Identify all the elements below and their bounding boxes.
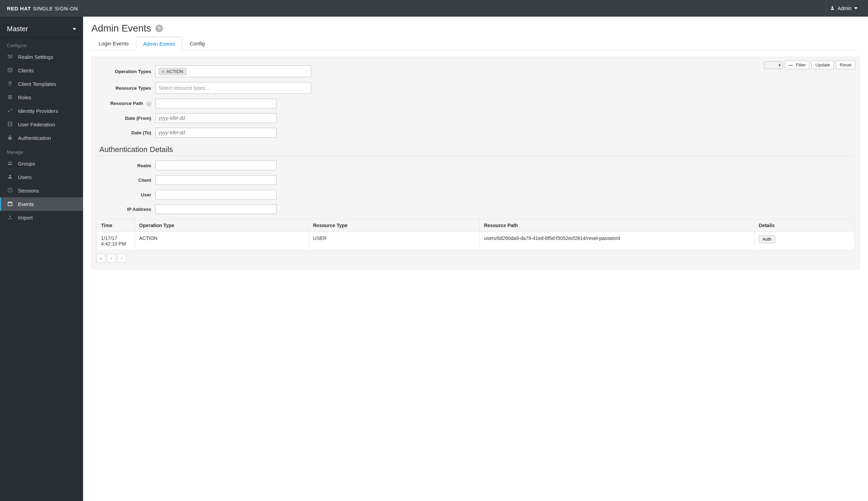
cube-icon [7, 67, 13, 74]
sidebar-item-identity-providers[interactable]: Identity Providers [0, 104, 83, 118]
heading-divider [97, 155, 855, 156]
tag-remove-icon[interactable]: × [162, 69, 164, 74]
svg-rect-2 [10, 54, 10, 59]
col-time: Time [97, 219, 135, 232]
help-icon[interactable]: ? [155, 25, 163, 32]
label-client: Client [97, 178, 155, 183]
label-user: User [97, 192, 155, 197]
operation-types-input[interactable]: × ACTION [155, 65, 311, 77]
chevron-down-icon [73, 28, 76, 30]
col-op-type: Operation Type [135, 219, 309, 232]
main-content: Admin Events ? Login Events Admin Events… [83, 17, 868, 501]
sidebar-item-realm-settings[interactable]: Realm Settings [0, 50, 83, 64]
page-title: Admin Events [91, 23, 151, 34]
filter-toolbar: ▲▼ — Filter Update Reset [764, 61, 855, 69]
tabs: Login Events Admin Events Config [91, 37, 860, 51]
filter-panel: ▲▼ — Filter Update Reset Operation Types… [91, 57, 860, 269]
sidebar-section-label: Configure [0, 38, 83, 50]
col-res-type: Resource Type [309, 219, 480, 232]
reset-button[interactable]: Reset [836, 61, 855, 69]
tag-label: ACTION [166, 69, 183, 74]
resource-types-input[interactable]: Select resource types... [155, 82, 311, 94]
pager-next[interactable]: › [117, 254, 126, 263]
sliders-icon [7, 54, 13, 60]
exchange-icon [7, 108, 13, 114]
update-button[interactable]: Update [812, 61, 834, 69]
svg-rect-5 [9, 57, 11, 57]
calendar-icon [7, 201, 13, 207]
sidebar-item-authentication[interactable]: Authentication [0, 131, 83, 145]
minus-icon: — [789, 62, 793, 68]
sidebar-item-label: Client Templates [18, 81, 56, 87]
svg-rect-4 [8, 55, 9, 56]
label-resource-path: Resource Path ? [97, 101, 155, 106]
resource-types-placeholder: Select resource types... [159, 85, 209, 91]
resource-path-input[interactable] [155, 99, 277, 108]
side-section-configure: Configure Realm Settings Clients Client … [0, 38, 83, 145]
brand: RED HAT SINGLE SIGN-ON [7, 6, 78, 11]
page-size-select[interactable]: ▲▼ [764, 61, 783, 69]
operation-type-tag: × ACTION [159, 68, 187, 75]
sidebar-item-roles[interactable]: Roles [0, 91, 83, 104]
sidebar-item-user-federation[interactable]: User Federation [0, 118, 83, 131]
sidebar-item-label: Groups [18, 161, 35, 167]
filter-button[interactable]: — Filter [785, 61, 810, 69]
brand-rest: SINGLE SIGN-ON [33, 6, 78, 11]
user-icon [7, 174, 13, 180]
user-name: Admin [838, 6, 851, 11]
sidebar-item-events[interactable]: Events [0, 197, 83, 211]
tab-login-events[interactable]: Login Events [91, 37, 136, 51]
realm-selector[interactable]: Master [0, 20, 83, 38]
cell-details: Auth [754, 232, 855, 250]
row-realm: Realm [97, 161, 855, 170]
svg-point-14 [9, 175, 11, 177]
user-icon [830, 6, 835, 11]
svg-rect-16 [8, 202, 12, 206]
sidebar-item-import[interactable]: Import [0, 211, 83, 224]
svg-rect-1 [8, 54, 9, 59]
pager-prev[interactable]: ‹ [107, 254, 116, 263]
sidebar-item-clients[interactable]: Clients [0, 64, 83, 77]
svg-point-10 [8, 122, 12, 123]
sidebar-item-users[interactable]: Users [0, 170, 83, 184]
help-icon[interactable]: ? [146, 101, 151, 106]
realm-name: Master [7, 25, 28, 33]
realm-input[interactable] [155, 161, 277, 170]
pager: « ‹ › [97, 254, 855, 263]
pager-first[interactable]: « [97, 254, 106, 263]
cell-res-path: users/6d290da9-da79-41ed-8f5d-f3052ecf28… [480, 232, 754, 250]
sidebar-item-label: Roles [18, 95, 31, 100]
row-client: Client [97, 175, 855, 185]
sidebar: Master Configure Realm Settings Clients [0, 17, 83, 501]
user-menu[interactable]: Admin [826, 0, 861, 17]
sidebar-item-sessions[interactable]: Sessions [0, 184, 83, 197]
cell-time: 1/17/17 4:42:10 PM [97, 232, 135, 250]
sidebar-item-client-templates[interactable]: Client Templates [0, 77, 83, 91]
sidebar-item-label: Identity Providers [18, 108, 58, 114]
sidebar-item-label: User Federation [18, 122, 55, 127]
sidebar-item-label: Clients [18, 68, 34, 73]
sidebar-item-label: Users [18, 174, 31, 180]
date-from-input[interactable] [155, 113, 277, 123]
sidebar-item-groups[interactable]: Groups [0, 157, 83, 170]
table-row: 1/17/17 4:42:10 PM ACTION USER users/6d2… [97, 232, 855, 250]
clock-icon [7, 187, 13, 194]
ip-input[interactable] [155, 204, 277, 214]
import-icon [7, 214, 13, 221]
sidebar-item-label: Events [18, 201, 34, 207]
sidebar-item-label: Authentication [18, 135, 51, 141]
top-bar: RED HAT SINGLE SIGN-ON Admin [0, 0, 868, 17]
user-input[interactable] [155, 190, 277, 199]
sidebar-item-label: Realm Settings [18, 54, 53, 60]
svg-rect-9 [8, 98, 12, 99]
events-table: Time Operation Type Resource Type Resour… [97, 219, 855, 250]
chevron-down-icon [854, 7, 858, 9]
label-realm: Realm [97, 163, 155, 168]
client-input[interactable] [155, 175, 277, 185]
tab-admin-events[interactable]: Admin Events [136, 37, 183, 51]
auth-details-button[interactable]: Auth [759, 235, 775, 243]
page-title-row: Admin Events ? [91, 23, 860, 34]
date-to-input[interactable] [155, 128, 277, 137]
svg-rect-6 [11, 56, 12, 56]
tab-config[interactable]: Config [182, 37, 212, 51]
